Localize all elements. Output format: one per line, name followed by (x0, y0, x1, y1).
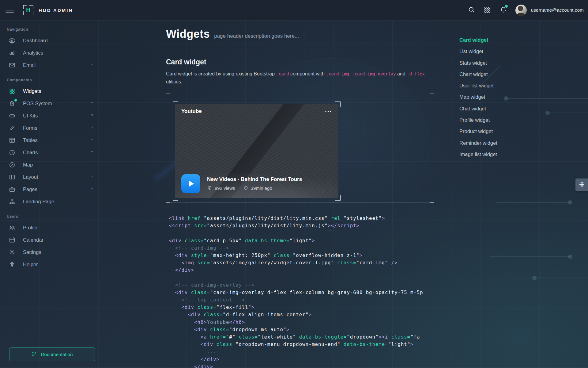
sidebar-item-dashboard[interactable]: Dashboard (0, 34, 101, 47)
documentation-button[interactable]: Documentation (9, 347, 95, 361)
widget-toc: Card widgetList widgetStats widgetChart … (449, 34, 497, 160)
documentation-label: Documentation (41, 352, 73, 357)
toc-link-stats-widget[interactable]: Stats widget (449, 57, 497, 69)
sidebar-item-charts[interactable]: Charts (0, 146, 101, 159)
page-subtitle: page header description goes here... (214, 33, 299, 39)
sidebar: NavigationDashboardAnalyticsEmailCompone… (0, 20, 101, 368)
envelope-icon (9, 62, 16, 69)
section-description: Card widget is created by using existing… (166, 70, 429, 86)
header-divider (166, 50, 435, 50)
sliders-icon (578, 181, 585, 189)
toc-link-image-list-widget[interactable]: Image list widget (449, 149, 497, 160)
code-line: <link href="assets/plugins/lity/dist/lit… (169, 215, 434, 222)
chevron-down-icon (90, 101, 95, 106)
code-line: <script src="assets/plugins/lity/dist/li… (169, 222, 434, 229)
apps-grid-icon (484, 6, 491, 14)
toc-link-card-widget[interactable]: Card widget (449, 34, 497, 46)
code-line: <div class="flex-fill"> (169, 304, 434, 311)
sidebar-item-label: Profile (23, 225, 37, 231)
search-button[interactable] (463, 4, 479, 16)
sidebar-item-tables[interactable]: Tables (0, 134, 101, 146)
play-button[interactable] (181, 174, 200, 193)
sidebar-item-label: Tables (23, 137, 38, 143)
code-line: <img src="assets/img/gallery/widget-cove… (169, 259, 434, 266)
card-menu-button[interactable]: ... (323, 108, 334, 112)
description-text: Card widget is created by using existing… (166, 71, 276, 76)
toc-link-reminder-widget[interactable]: Reminder widget (449, 137, 497, 149)
sidebar-item-label: Landing Page (23, 199, 54, 205)
toc-link-chart-widget[interactable]: Chart widget (449, 69, 497, 80)
sidebar-item-helper[interactable]: Helper (0, 258, 101, 270)
description-text: utilities. (166, 79, 182, 84)
briefcase-icon (9, 186, 16, 193)
main-content: Widgets page header description goes her… (166, 20, 435, 368)
chevron-down-icon (90, 186, 95, 192)
sidebar-item-layout[interactable]: Layout (0, 171, 101, 183)
search-icon (468, 6, 475, 14)
sidebar-item-analytics[interactable]: Analytics (0, 47, 101, 59)
panel-corner (166, 198, 170, 203)
sidebar-section-label: Navigation (7, 27, 101, 32)
sidebar-item-label: Widgets (23, 88, 41, 94)
status-dot (14, 99, 17, 102)
sidebar-item-pos-system[interactable]: POS System (0, 97, 101, 109)
toc-link-profile-widget[interactable]: Profile widget (449, 114, 497, 126)
sidebar-item-calendar[interactable]: Calendar (0, 234, 101, 246)
sidebar-item-profile[interactable]: Profile (0, 221, 101, 234)
video-posted-time: 39min ago (251, 186, 272, 191)
users-icon (9, 224, 16, 231)
toc-link-product-widget[interactable]: Product widget (449, 126, 497, 137)
sidebar-item-landing-page[interactable]: Landing Page (0, 195, 101, 208)
toc-link-map-widget[interactable]: Map widget (449, 91, 497, 103)
avatar (515, 5, 527, 16)
video-meta: New Videos - Behind The Forest Tours 892… (207, 176, 302, 191)
toc-link-user-list-widget[interactable]: User list widget (449, 80, 497, 91)
hamburger-menu-button[interactable] (6, 6, 14, 14)
page-header: Widgets page header description goes her… (166, 28, 435, 40)
chevron-down-icon (90, 113, 95, 119)
account-menu[interactable]: username@account.com (515, 5, 584, 16)
inline-code: .card-img-overlay (352, 71, 396, 76)
sidebar-item-label: Email (23, 62, 36, 68)
sidebar-item-label: UI Kits (23, 113, 38, 119)
cpu-icon (9, 37, 16, 44)
top-navbar: H HUD ADMIN username@account.com (0, 0, 588, 21)
sitemap-icon (9, 198, 16, 205)
code-line (169, 229, 434, 237)
inline-code: .card (276, 71, 289, 76)
notifications-button[interactable] (495, 4, 511, 16)
sidebar-item-label: Settings (23, 249, 41, 255)
compass-icon (9, 161, 16, 168)
code-line: <div class="card p-5px" data-bs-theme="l… (169, 237, 434, 244)
brand-title: HUD ADMIN (39, 8, 73, 13)
apps-button[interactable] (479, 4, 495, 16)
circuit-trace (496, 202, 570, 203)
sidebar-item-email[interactable]: Email (0, 59, 101, 71)
toc-link-list-widget[interactable]: List widget (449, 46, 497, 57)
code-line: <!-- card-img-overlay --> (169, 282, 434, 289)
video-title: New Videos - Behind The Forest Tours (207, 176, 302, 182)
bar-chart-icon (9, 49, 16, 56)
hud-admin-app: { "navbar": { "brand": "HUD ADMIN", "log… (0, 0, 588, 368)
theme-panel-toggle-button[interactable] (575, 178, 588, 191)
circuit-trace (548, 113, 588, 113)
video-card: Youtube ... New Videos - Behind The Fore… (173, 102, 341, 201)
inline-code: .card-img (326, 71, 349, 76)
sidebar-item-widgets[interactable]: Widgets (0, 85, 101, 97)
gear-icon (9, 249, 16, 256)
sidebar-item-ui-kits[interactable]: UI Kits (0, 109, 101, 122)
play-icon (189, 181, 194, 187)
toc-link-chat-widget[interactable]: Chat widget (449, 103, 497, 114)
sidebar-item-pages[interactable]: Pages (0, 183, 101, 195)
sidebar-item-settings[interactable]: Settings (0, 246, 101, 258)
sidebar-item-forms[interactable]: Forms (0, 122, 101, 134)
panel-corner (166, 94, 170, 98)
code-block: <link href="assets/plugins/lity/dist/lit… (166, 215, 434, 368)
sidebar-item-label: Pages (23, 186, 37, 192)
brand-logo[interactable]: H (23, 5, 33, 15)
description-text: and (396, 71, 407, 76)
sidebar-item-map[interactable]: Map (0, 159, 101, 171)
sidebar-item-label: Forms (23, 125, 37, 131)
card-corner (173, 102, 178, 107)
chevron-down-icon (90, 62, 95, 68)
